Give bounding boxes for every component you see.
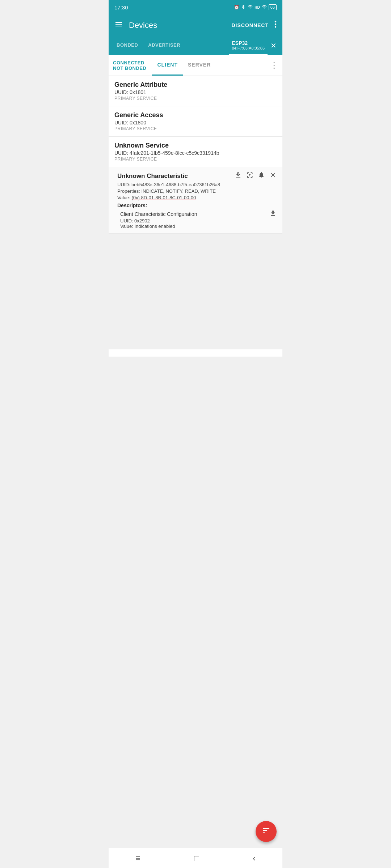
characteristic-header: Unknown Characteristic	[117, 171, 277, 180]
more-options-icon[interactable]	[274, 20, 277, 30]
descriptors-label: Descriptors:	[117, 203, 277, 208]
not-bonded-label: NOT BONDED	[113, 65, 146, 71]
nav-home-icon[interactable]: □	[194, 853, 199, 863]
service-type: PRIMARY SERVICE	[114, 157, 277, 162]
tab-client[interactable]: CLIENT	[152, 55, 183, 76]
service-name: Unknown Service	[114, 142, 277, 149]
client-server-tabs: CLIENT SERVER ⋮	[152, 55, 278, 76]
battery-icon: 66	[269, 4, 277, 10]
indicate-icon[interactable]	[269, 171, 277, 180]
more-options-icon[interactable]: ⋮	[270, 61, 278, 70]
service-type: PRIMARY SERVICE	[114, 126, 277, 131]
device-tabs: BONDED ADVERTISER ESP32 84:F7:03:A8:05:8…	[109, 36, 282, 55]
svg-point-0	[275, 21, 277, 22]
notify-icon[interactable]	[258, 171, 265, 180]
characteristic-value-text[interactable]: (0x) 8D-01-8B-01-8C-01-00-00	[132, 195, 196, 200]
characteristic-value: Value: (0x) 8D-01-8B-01-8C-01-00-00	[117, 195, 277, 200]
content-area: Generic Attribute UUID: 0x1801 PRIMARY S…	[109, 76, 282, 357]
navigation-bar: ≡ □ ‹	[109, 848, 282, 868]
bluetooth-icon	[241, 4, 246, 10]
write-icon[interactable]	[246, 171, 253, 180]
app-bar: Devices DISCONNECT	[109, 14, 282, 36]
close-device-tab-icon[interactable]: ✕	[268, 41, 279, 50]
connection-status: CONNECTED NOT BONDED	[113, 60, 146, 71]
service-name: Generic Attribute	[114, 81, 277, 89]
nav-back-icon[interactable]: ‹	[253, 853, 256, 863]
descriptor-name: Client Characteristic Configuration	[120, 210, 277, 218]
descriptor-uuid: UUID: 0x2902	[120, 218, 277, 224]
descriptor-value: Value: Indications enabled	[120, 224, 277, 229]
read-icon[interactable]	[235, 171, 242, 180]
service-uuid: UUID: 0x1800	[114, 120, 277, 125]
alarm-icon: ⏰	[234, 5, 239, 10]
characteristic-name: Unknown Characteristic	[117, 173, 235, 180]
service-unknown[interactable]: Unknown Service UUID: 4fafc201-1fb5-459e…	[109, 137, 282, 167]
disconnect-button[interactable]: DISCONNECT	[231, 22, 269, 28]
fab-button[interactable]	[256, 821, 277, 842]
service-uuid: UUID: 4fafc201-1fb5-459e-8fcc-c5c9c33191…	[114, 150, 277, 156]
app-title: Devices	[129, 21, 231, 30]
descriptor-read-icon[interactable]	[269, 210, 277, 218]
status-bar: 17:30 ⏰ HD 66	[109, 0, 282, 14]
filter-icon	[262, 826, 270, 837]
status-time: 17:30	[114, 4, 128, 10]
svg-point-1	[275, 24, 277, 25]
descriptor-item: Client Characteristic Configuration UUID…	[120, 210, 277, 229]
service-name: Generic Access	[114, 111, 277, 119]
tab-server[interactable]: SERVER	[183, 55, 216, 76]
characteristic-uuid: UUID: beb5483e-36e1-4688-b7f5-ea07361b26…	[117, 182, 277, 187]
connected-label: CONNECTED	[113, 60, 146, 65]
service-uuid: UUID: 0x1801	[114, 89, 277, 95]
tab-advertiser[interactable]: ADVERTISER	[143, 36, 185, 55]
menu-icon[interactable]	[114, 20, 123, 31]
tab-bonded[interactable]: BONDED	[112, 36, 143, 55]
nav-menu-icon[interactable]: ≡	[135, 853, 140, 863]
wifi-icon	[261, 4, 267, 10]
characteristic-properties: Properties: INDICATE, NOTIFY, READ, WRIT…	[117, 188, 277, 194]
tab-esp32[interactable]: ESP32 84:F7:03:A8:05:86	[229, 36, 268, 55]
empty-area	[109, 234, 282, 349]
signal-icon	[247, 4, 253, 10]
characteristic-block: Unknown Characteristic UUID: beb5483e-36…	[109, 167, 282, 234]
service-generic-attribute[interactable]: Generic Attribute UUID: 0x1801 PRIMARY S…	[109, 76, 282, 106]
connection-bar: CONNECTED NOT BONDED CLIENT SERVER ⋮	[109, 55, 282, 76]
service-generic-access[interactable]: Generic Access UUID: 0x1800 PRIMARY SERV…	[109, 106, 282, 137]
svg-point-2	[275, 26, 277, 28]
service-type: PRIMARY SERVICE	[114, 96, 277, 101]
hd-badge: HD	[255, 5, 260, 9]
characteristic-icons	[235, 171, 277, 180]
status-icons: ⏰ HD 66	[234, 4, 277, 10]
